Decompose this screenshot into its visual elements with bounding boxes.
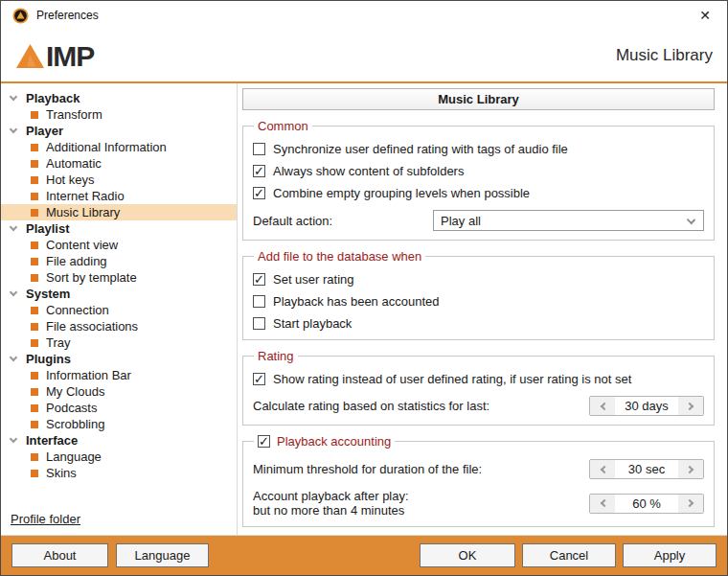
spinner-decrement-button[interactable] bbox=[590, 397, 615, 415]
checkbox[interactable] bbox=[253, 143, 265, 155]
aimp-logo: IMP bbox=[15, 43, 94, 69]
spinner-decrement-button[interactable] bbox=[590, 495, 615, 513]
sidebar-item-scrobbling[interactable]: Scrobbling bbox=[1, 416, 237, 432]
sidebar-item-label: Content view bbox=[46, 238, 118, 252]
checkbox-label: Always show content of subfolders bbox=[273, 164, 464, 178]
checkbox-row[interactable]: Start playback bbox=[253, 316, 704, 331]
checkbox-label: Synchronize user defined rating with tag… bbox=[273, 142, 568, 156]
bullet-icon bbox=[31, 258, 38, 265]
window-title: Preferences bbox=[36, 9, 99, 22]
bullet-icon bbox=[31, 470, 38, 477]
checkbox-label: Start playback bbox=[273, 316, 352, 331]
chevron-right-icon bbox=[685, 499, 693, 507]
sidebar-item-podcasts[interactable]: Podcasts bbox=[1, 400, 237, 416]
profile-folder-link[interactable]: Profile folder bbox=[11, 512, 80, 526]
bullet-icon bbox=[31, 242, 38, 249]
sidebar-item-internet-radio[interactable]: Internet Radio bbox=[1, 188, 237, 204]
sidebar-item-information-bar[interactable]: Information Bar bbox=[1, 367, 237, 383]
sidebar-item-hot-keys[interactable]: Hot keys bbox=[1, 172, 237, 188]
group-playback-accounting-title: Playback accounting bbox=[277, 434, 391, 449]
bottom-bar: About Language OK Cancel Apply bbox=[1, 536, 727, 575]
checkbox[interactable] bbox=[253, 373, 265, 385]
bullet-icon bbox=[31, 176, 38, 184]
sidebar-item-sort-by-template[interactable]: Sort by template bbox=[1, 269, 237, 286]
checkbox[interactable] bbox=[253, 273, 265, 286]
checkbox[interactable] bbox=[253, 295, 265, 308]
header: IMP Music Library bbox=[1, 30, 727, 83]
apply-button[interactable]: Apply bbox=[623, 543, 717, 567]
rating-stat-label: Calculate rating based on statistics for… bbox=[253, 399, 489, 413]
min-threshold-spinner: 30 sec bbox=[589, 459, 704, 479]
sidebar-category-playback[interactable]: Playback bbox=[1, 90, 237, 106]
sidebar-category-label: Interface bbox=[26, 433, 78, 448]
sidebar-item-label: Skins bbox=[46, 466, 77, 480]
default-action-value: Play all bbox=[441, 214, 481, 228]
sidebar-item-music-library[interactable]: Music Library bbox=[1, 204, 237, 220]
checkbox-row[interactable]: Synchronize user defined rating with tag… bbox=[253, 142, 704, 156]
sidebar-item-connection[interactable]: Connection bbox=[1, 302, 237, 318]
spinner-increment-button[interactable] bbox=[678, 460, 703, 478]
aimp-app-icon bbox=[12, 8, 29, 24]
sidebar-item-label: Scrobbling bbox=[46, 417, 104, 431]
sidebar-item-content-view[interactable]: Content view bbox=[1, 237, 237, 253]
rating-stat-value: 30 days bbox=[615, 397, 678, 415]
bullet-icon bbox=[31, 274, 38, 282]
sidebar-item-tray[interactable]: Tray bbox=[1, 334, 237, 351]
sidebar-category-interface[interactable]: Interface bbox=[1, 432, 237, 449]
checkbox[interactable] bbox=[253, 317, 265, 330]
sidebar-item-automatic[interactable]: Automatic bbox=[1, 155, 237, 172]
sidebar-item-skins[interactable]: Skins bbox=[1, 465, 237, 481]
sidebar-item-label: Additional Information bbox=[46, 140, 167, 154]
playback-accounting-checkbox[interactable] bbox=[258, 435, 270, 448]
checkbox-row[interactable]: Always show content of subfolders bbox=[253, 164, 704, 178]
common-checklist: Synchronize user defined rating with tag… bbox=[253, 142, 704, 200]
sidebar-item-file-associations[interactable]: File associations bbox=[1, 318, 237, 334]
sidebar-tree: PlaybackTransformPlayerAdditional Inform… bbox=[1, 90, 237, 512]
rating-checklist: Show rating instead of user defined rati… bbox=[253, 372, 704, 386]
bullet-icon bbox=[31, 404, 38, 412]
group-playback-accounting-legend: Playback accounting bbox=[254, 434, 395, 449]
checkbox-row[interactable]: Playback has been accounted bbox=[253, 294, 704, 309]
sidebar-category-player[interactable]: Player bbox=[1, 123, 237, 139]
chevron-down-icon bbox=[10, 288, 17, 296]
bullet-icon bbox=[31, 453, 38, 461]
account-playback-spinner: 60 % bbox=[589, 494, 704, 514]
default-action-dropdown[interactable]: Play all bbox=[433, 210, 704, 231]
spinner-decrement-button[interactable] bbox=[590, 460, 615, 478]
sidebar-item-label: Internet Radio bbox=[46, 189, 125, 203]
sidebar-item-file-adding[interactable]: File adding bbox=[1, 253, 237, 269]
sidebar-item-label: Information Bar bbox=[46, 368, 131, 382]
language-button[interactable]: Language bbox=[116, 543, 209, 567]
sidebar-category-plugins[interactable]: Plugins bbox=[1, 351, 237, 367]
chevron-down-icon bbox=[687, 216, 695, 224]
checkbox-row[interactable]: Show rating instead of user defined rati… bbox=[253, 372, 704, 386]
sidebar-category-playlist[interactable]: Playlist bbox=[1, 220, 237, 237]
sidebar-item-my-clouds[interactable]: My Clouds bbox=[1, 383, 237, 400]
bullet-icon bbox=[31, 209, 38, 217]
sidebar-item-label: Tray bbox=[46, 335, 71, 350]
close-icon[interactable]: ✕ bbox=[683, 1, 727, 30]
default-action-row: Default action: Play all bbox=[253, 210, 704, 231]
sidebar-item-additional-information[interactable]: Additional Information bbox=[1, 139, 237, 155]
bullet-icon bbox=[31, 160, 38, 168]
spinner-increment-button[interactable] bbox=[678, 495, 703, 513]
checkbox[interactable] bbox=[253, 187, 265, 199]
about-button[interactable]: About bbox=[11, 543, 108, 567]
sidebar-item-transform[interactable]: Transform bbox=[1, 106, 237, 123]
cancel-button[interactable]: Cancel bbox=[522, 543, 616, 567]
sidebar-item-language[interactable]: Language bbox=[1, 449, 237, 465]
checkbox[interactable] bbox=[253, 165, 265, 177]
checkbox-row[interactable]: Set user rating bbox=[253, 272, 704, 287]
account-playback-label: Account playback after play: but no more… bbox=[253, 489, 409, 518]
group-rating-title: Rating bbox=[254, 349, 298, 363]
chevron-down-icon bbox=[10, 93, 17, 101]
ok-button[interactable]: OK bbox=[420, 543, 515, 567]
bullet-icon bbox=[31, 421, 38, 428]
sidebar-category-system[interactable]: System bbox=[1, 286, 237, 302]
spinner-increment-button[interactable] bbox=[678, 397, 703, 415]
checkbox-row[interactable]: Combine empty grouping levels when possi… bbox=[253, 186, 704, 200]
chevron-left-icon bbox=[600, 402, 607, 409]
account-playback-value: 60 % bbox=[615, 495, 678, 513]
chevron-down-icon bbox=[10, 354, 17, 361]
sidebar-category-label: Plugins bbox=[26, 352, 71, 366]
